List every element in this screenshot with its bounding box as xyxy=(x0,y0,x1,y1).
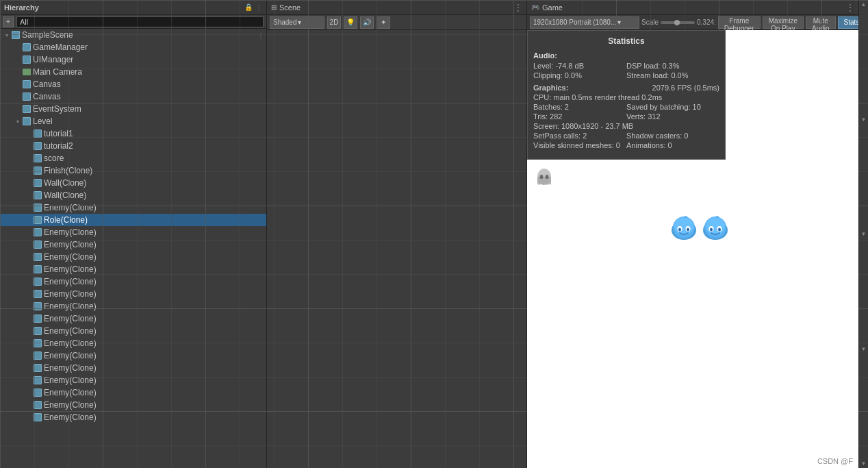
dsp-label: DSP load: 0.3% xyxy=(626,62,719,70)
main-content: Statistics Audio: Level: -74.8 dB DSP lo… xyxy=(267,30,858,468)
visible-row: Visible skinned meshes: 0 Animations: 0 xyxy=(533,141,719,149)
verts-label: Verts: 312 xyxy=(626,112,719,121)
audio-level-row: Level: -74.8 dB DSP load: 0.3% xyxy=(533,62,719,70)
statistics-title: Statistics xyxy=(533,36,719,46)
watermark: CSDN @F xyxy=(817,457,853,465)
cpu-row: CPU: main 0.5ms render thread 0.2ms xyxy=(533,93,719,101)
graphics-section: Graphics: 2079.6 FPS (0.5ms) CPU: main 0… xyxy=(533,84,719,149)
screen-row: Screen: 1080x1920 - 23.7 MB xyxy=(533,122,719,130)
graphics-label: Graphics: xyxy=(533,84,626,92)
scene-view[interactable] xyxy=(267,30,527,468)
cpu-label: CPU: main 0.5ms render thread 0.2ms xyxy=(533,93,662,101)
svg-point-13 xyxy=(718,227,721,231)
svg-point-17 xyxy=(546,175,549,179)
svg-point-2 xyxy=(674,217,693,235)
slime-character-1 xyxy=(669,214,698,241)
fps-label: 2079.6 FPS (0.5ms) xyxy=(626,84,719,92)
svg-point-16 xyxy=(540,175,544,179)
shadow-label: Shadow casters: 0 xyxy=(626,132,719,140)
screen-label: Screen: 1080x1920 - 23.7 MB xyxy=(533,122,633,130)
tris-row: Tris: 282 Verts: 312 xyxy=(533,112,719,121)
statistics-panel: Statistics Audio: Level: -74.8 dB DSP lo… xyxy=(527,30,726,160)
ghost-sprite xyxy=(534,167,554,190)
batches-row: Batches: 2 Saved by batching: 10 xyxy=(533,103,719,111)
setpass-row: SetPass calls: 2 Shadow casters: 0 xyxy=(533,132,719,140)
svg-point-9 xyxy=(706,217,725,235)
clipping-label: Clipping: 0.0% xyxy=(533,71,626,79)
graphics-fps-row: Graphics: 2079.6 FPS (0.5ms) xyxy=(533,84,719,92)
center-area: ⊞ Scene ⋮ 🎮 Game ⋮ Shaded xyxy=(267,0,858,468)
level-label: Level: -74.8 dB xyxy=(533,62,626,70)
setpass-label: SetPass calls: 2 xyxy=(533,132,626,140)
visible-label: Visible skinned meshes: 0 xyxy=(533,141,626,149)
audio-clipping-row: Clipping: 0.0% Stream load: 0.0% xyxy=(533,71,719,79)
slime-character-2 xyxy=(701,214,730,241)
audio-label: Audio: xyxy=(533,51,719,60)
slime-container xyxy=(669,214,730,241)
animations-label: Animations: 0 xyxy=(626,141,719,149)
batches-label: Batches: 2 xyxy=(533,103,626,111)
tris-label: Tris: 282 xyxy=(533,112,626,121)
svg-point-5 xyxy=(678,227,681,231)
saved-label: Saved by batching: 10 xyxy=(626,103,719,111)
svg-point-6 xyxy=(687,227,689,231)
svg-point-12 xyxy=(710,227,713,231)
audio-section: Audio: Level: -74.8 dB DSP load: 0.3% Cl… xyxy=(533,51,719,79)
stream-label: Stream load: 0.0% xyxy=(626,71,719,79)
game-view: Statistics Audio: Level: -74.8 dB DSP lo… xyxy=(527,30,858,468)
